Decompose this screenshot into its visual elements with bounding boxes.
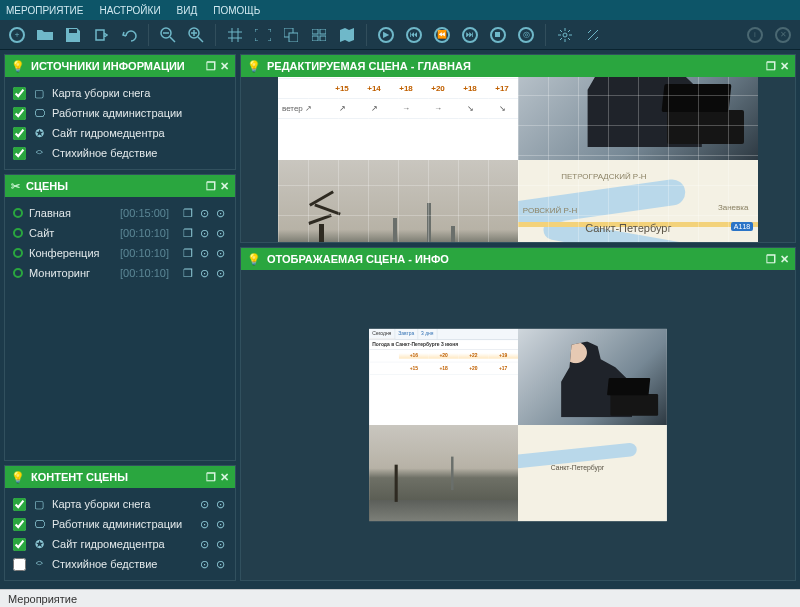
- map-button[interactable]: [334, 23, 360, 47]
- content-checkbox[interactable]: [13, 518, 26, 531]
- content-checkbox[interactable]: [13, 538, 26, 551]
- tools-button[interactable]: [580, 23, 606, 47]
- down-icon[interactable]: ⊙: [213, 226, 227, 240]
- panel-scenes: ✂ СЦЕНЫ ❐ ✕ Главная [00:15:00] ❐ ⊙ ⊙: [4, 174, 236, 461]
- map-widget: ПЕТРОГРАДСКИЙ Р-Н РОВСКИЙ Р-Н Санкт-Пете…: [518, 160, 758, 243]
- panel-header-sources[interactable]: 💡 ИСТОЧНИКИ ИНФОРМАЦИИ ❐ ✕: [5, 55, 235, 77]
- record-button[interactable]: ◎: [513, 23, 539, 47]
- down-icon[interactable]: ⊙: [213, 246, 227, 260]
- panel-display: 💡 ОТОБРАЖАЕМАЯ СЦЕНА - ИНФО ❐ ✕ СегодняЗ…: [240, 247, 796, 581]
- content-checkbox[interactable]: [13, 558, 26, 571]
- restore-icon[interactable]: ❐: [766, 253, 776, 266]
- source-label: Карта уборки снега: [52, 87, 150, 99]
- menu-item-help[interactable]: ПОМОЩЬ: [213, 5, 260, 16]
- svg-rect-9: [312, 29, 318, 34]
- scene-duration: [00:10:10]: [120, 227, 169, 239]
- prev-button[interactable]: ⏮: [401, 23, 427, 47]
- info-button[interactable]: i: [742, 23, 768, 47]
- panel-title: СЦЕНЫ: [26, 180, 68, 192]
- down-icon[interactable]: ⊙: [213, 497, 227, 511]
- next-button[interactable]: ⏭: [457, 23, 483, 47]
- rewind-button[interactable]: ⏪: [429, 23, 455, 47]
- copy-icon[interactable]: ❐: [181, 266, 195, 280]
- editor-canvas[interactable]: Сегодня Завтра 3 дня 10 дней Месяц Погод…: [241, 77, 795, 242]
- map-icon: ▢: [32, 497, 46, 511]
- bullet-icon: [13, 248, 23, 258]
- copy-icon[interactable]: ❐: [181, 246, 195, 260]
- down-icon[interactable]: ⊙: [213, 266, 227, 280]
- up-icon[interactable]: ⊙: [197, 497, 211, 511]
- source-row: ✪ Сайт гидромедцентра: [11, 123, 229, 143]
- map-icon: ▢: [32, 86, 46, 100]
- status-text: Мероприятие: [8, 593, 77, 605]
- close-icon[interactable]: ✕: [220, 60, 229, 73]
- down-icon[interactable]: ⊙: [213, 206, 227, 220]
- restore-icon[interactable]: ❐: [206, 180, 216, 193]
- close-icon[interactable]: ✕: [780, 253, 789, 266]
- save-button[interactable]: [60, 23, 86, 47]
- undo-button[interactable]: [116, 23, 142, 47]
- scissors-icon: ✂: [11, 180, 20, 193]
- play-button[interactable]: ▶: [373, 23, 399, 47]
- up-icon[interactable]: ⊙: [197, 537, 211, 551]
- menu-bar: МЕРОПРИЯТИЕ НАСТРОЙКИ ВИД ПОМОЩЬ: [0, 0, 800, 20]
- down-icon[interactable]: ⊙: [213, 537, 227, 551]
- scene-row[interactable]: Конференция [00:10:10] ❐ ⊙ ⊙: [11, 243, 229, 263]
- scene-composition[interactable]: Сегодня Завтра 3 дня 10 дней Месяц Погод…: [278, 77, 758, 242]
- scene-row[interactable]: Главная [00:15:00] ❐ ⊙ ⊙: [11, 203, 229, 223]
- scene-row[interactable]: Сайт [00:10:10] ❐ ⊙ ⊙: [11, 223, 229, 243]
- up-icon[interactable]: ⊙: [197, 266, 211, 280]
- up-icon[interactable]: ⊙: [197, 246, 211, 260]
- content-checkbox[interactable]: [13, 498, 26, 511]
- source-row: ⌔ Стихийное бедствие: [11, 143, 229, 163]
- copy-icon[interactable]: ❐: [181, 226, 195, 240]
- close-button[interactable]: ✕: [770, 23, 796, 47]
- restore-icon[interactable]: ❐: [206, 471, 216, 484]
- zoom-out-button[interactable]: [155, 23, 181, 47]
- source-checkbox[interactable]: [13, 127, 26, 140]
- panel-header-scenes[interactable]: ✂ СЦЕНЫ ❐ ✕: [5, 175, 235, 197]
- settings-button[interactable]: [552, 23, 578, 47]
- monitor-icon: 🖵: [32, 517, 46, 531]
- scene-name: Мониторинг: [29, 267, 90, 279]
- menu-item-event[interactable]: МЕРОПРИЯТИЕ: [6, 5, 83, 16]
- content-row: 🖵 Работник администрации ⊙⊙: [11, 514, 229, 534]
- restore-icon[interactable]: ❐: [766, 60, 776, 73]
- content-label: Сайт гидромедцентра: [52, 538, 165, 550]
- tiles-button[interactable]: [306, 23, 332, 47]
- export-button[interactable]: [88, 23, 114, 47]
- source-checkbox[interactable]: [13, 107, 26, 120]
- stop-button[interactable]: ⏹: [485, 23, 511, 47]
- wifi-icon: ⌔: [32, 557, 46, 571]
- layers-button[interactable]: [278, 23, 304, 47]
- svg-line-4: [198, 37, 203, 42]
- panel-header-content[interactable]: 💡 КОНТЕНТ СЦЕНЫ ❐ ✕: [5, 466, 235, 488]
- close-icon[interactable]: ✕: [220, 180, 229, 193]
- menu-item-settings[interactable]: НАСТРОЙКИ: [99, 5, 160, 16]
- up-icon[interactable]: ⊙: [197, 517, 211, 531]
- zoom-in-button[interactable]: [183, 23, 209, 47]
- source-checkbox[interactable]: [13, 87, 26, 100]
- panel-header-editor[interactable]: 💡 РЕДАКТИРУЕМАЯ СЦЕНА - ГЛАВНАЯ ❐ ✕: [241, 55, 795, 77]
- down-icon[interactable]: ⊙: [213, 557, 227, 571]
- new-button[interactable]: ＋: [4, 23, 30, 47]
- content-label: Стихийное бедствие: [52, 558, 157, 570]
- close-icon[interactable]: ✕: [220, 471, 229, 484]
- menu-item-view[interactable]: ВИД: [177, 5, 198, 16]
- up-icon[interactable]: ⊙: [197, 206, 211, 220]
- grid-button[interactable]: [222, 23, 248, 47]
- up-icon[interactable]: ⊙: [197, 557, 211, 571]
- wifi-icon: ⌔: [32, 146, 46, 160]
- scene-name: Главная: [29, 207, 71, 219]
- copy-icon[interactable]: ❐: [181, 206, 195, 220]
- fit-button[interactable]: [250, 23, 276, 47]
- panel-header-display[interactable]: 💡 ОТОБРАЖАЕМАЯ СЦЕНА - ИНФО ❐ ✕: [241, 248, 795, 270]
- scene-row[interactable]: Мониторинг [00:10:10] ❐ ⊙ ⊙: [11, 263, 229, 283]
- up-icon[interactable]: ⊙: [197, 226, 211, 240]
- bulb-icon: 💡: [247, 253, 261, 266]
- close-icon[interactable]: ✕: [780, 60, 789, 73]
- open-button[interactable]: [32, 23, 58, 47]
- source-checkbox[interactable]: [13, 147, 26, 160]
- down-icon[interactable]: ⊙: [213, 517, 227, 531]
- restore-icon[interactable]: ❐: [206, 60, 216, 73]
